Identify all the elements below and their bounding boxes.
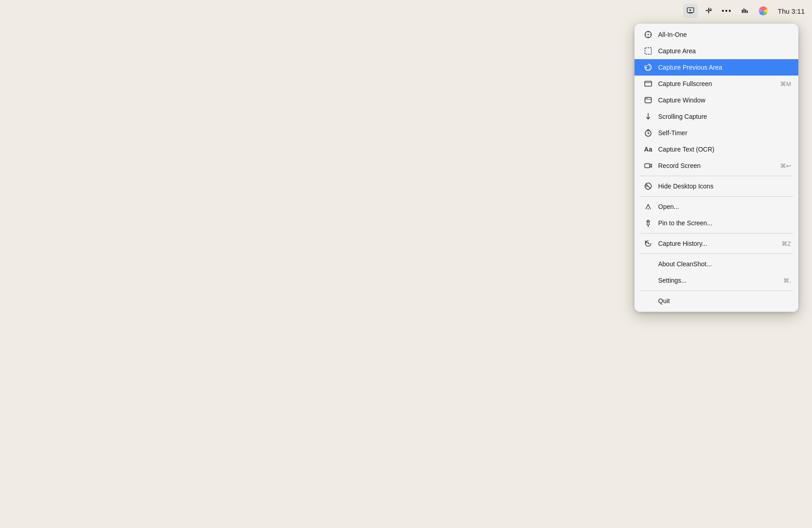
divider-2: [640, 196, 793, 197]
all-in-one-icon-area: [642, 30, 655, 39]
svg-rect-11: [645, 48, 651, 54]
quit-label: Quit: [658, 297, 791, 305]
history-icon-area: [642, 239, 655, 248]
capture-fullscreen-shortcut: ⌘M: [780, 81, 791, 87]
capture-previous-area-label: Capture Previous Area: [658, 64, 791, 71]
capture-window-label: Capture Window: [658, 96, 791, 104]
capture-text-icon-area: Aa: [642, 146, 655, 152]
sparkle-menubar-icon[interactable]: [701, 4, 716, 18]
svg-rect-2: [743, 9, 744, 13]
menu-item-scrolling-capture[interactable]: Scrolling Capture: [634, 108, 798, 125]
svg-rect-13: [645, 81, 652, 86]
divider-1: [640, 176, 793, 176]
hide-desktop-icon-area: [642, 182, 655, 190]
capture-previous-icon-area: [642, 63, 655, 71]
divider-3: [640, 233, 793, 234]
menu-item-pin-to-screen[interactable]: Pin to the Screen...: [634, 215, 798, 231]
menubar: ••• Thu 3:11: [0, 0, 812, 22]
capture-area-icon-area: [642, 47, 655, 55]
capture-history-label: Capture History...: [658, 240, 778, 247]
divider-5: [640, 290, 793, 291]
capture-text-label: Capture Text (OCR): [658, 146, 791, 153]
scrolling-capture-icon-area: [642, 112, 655, 121]
svg-rect-21: [645, 164, 650, 168]
menu-item-open[interactable]: Open...: [634, 198, 798, 215]
audio-menubar-icon[interactable]: [738, 4, 752, 18]
color-circle: [759, 6, 768, 15]
svg-rect-4: [746, 10, 747, 13]
menu-item-record-screen[interactable]: Record Screen ⌘↩: [634, 157, 798, 174]
svg-point-24: [648, 208, 649, 209]
menu-item-capture-history[interactable]: Capture History... ⌘Z: [634, 235, 798, 252]
menu-item-settings[interactable]: Settings... ⌘,: [634, 272, 798, 289]
dots-label: •••: [721, 7, 732, 15]
menu-item-hide-desktop-icons[interactable]: Hide Desktop Icons: [634, 178, 798, 194]
pin-icon-area: [642, 219, 655, 227]
pin-to-screen-label: Pin to the Screen...: [658, 219, 791, 227]
open-label: Open...: [658, 203, 791, 210]
dots-menubar-icon[interactable]: •••: [720, 4, 734, 18]
record-screen-label: Record Screen: [658, 162, 776, 169]
menu-item-quit[interactable]: Quit: [634, 293, 798, 309]
cleanshot-menubar-icon[interactable]: [683, 4, 698, 18]
self-timer-icon-area: [642, 129, 655, 137]
svg-point-6: [648, 34, 649, 36]
divider-4: [640, 254, 793, 254]
menu-item-all-in-one[interactable]: All-In-One: [634, 26, 798, 43]
capture-fullscreen-icon-area: [642, 80, 655, 88]
all-in-one-label: All-In-One: [658, 31, 791, 38]
svg-rect-23: [646, 185, 648, 187]
menu-item-capture-fullscreen[interactable]: Capture Fullscreen ⌘M: [634, 76, 798, 92]
menu-item-capture-window[interactable]: Capture Window: [634, 92, 798, 108]
menu-item-capture-previous-area[interactable]: Capture Previous Area: [634, 59, 798, 76]
settings-label: Settings...: [658, 277, 780, 284]
menu-item-about[interactable]: About CleanShot...: [634, 256, 798, 272]
capture-history-shortcut: ⌘Z: [782, 240, 791, 247]
menu-item-self-timer[interactable]: Self-Timer: [634, 125, 798, 141]
svg-rect-3: [745, 9, 746, 13]
svg-point-18: [647, 98, 648, 99]
menu-item-capture-text[interactable]: Aa Capture Text (OCR): [634, 141, 798, 157]
menubar-time: Thu 3:11: [778, 7, 805, 15]
about-label: About CleanShot...: [658, 260, 791, 268]
svg-point-17: [646, 98, 647, 99]
self-timer-label: Self-Timer: [658, 129, 791, 137]
open-icon-area: [642, 203, 655, 211]
menu-item-capture-area[interactable]: Capture Area: [634, 43, 798, 59]
settings-shortcut: ⌘,: [783, 277, 791, 284]
record-screen-shortcut: ⌘↩: [780, 162, 791, 169]
capture-window-icon-area: [642, 96, 655, 104]
capture-fullscreen-label: Capture Fullscreen: [658, 80, 776, 87]
dropdown-menu: All-In-One Capture Area Capture Previous…: [634, 24, 798, 312]
scrolling-capture-label: Scrolling Capture: [658, 113, 791, 120]
siri-menubar-icon[interactable]: [756, 4, 771, 18]
svg-rect-1: [742, 10, 743, 13]
hide-desktop-icons-label: Hide Desktop Icons: [658, 183, 791, 190]
capture-text-aa-icon: Aa: [644, 146, 652, 152]
record-screen-icon-area: [642, 162, 655, 170]
capture-area-label: Capture Area: [658, 47, 791, 55]
